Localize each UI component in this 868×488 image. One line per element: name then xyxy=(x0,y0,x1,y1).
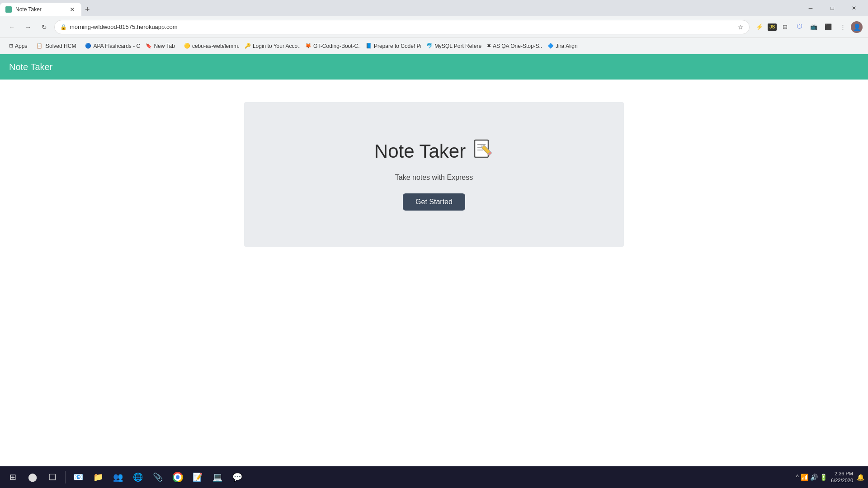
outlook-taskbar-icon[interactable]: 📧 xyxy=(69,468,87,486)
reload-button[interactable]: ↻ xyxy=(38,21,51,33)
clock-date: 6/22/2020 xyxy=(831,477,853,484)
hero-title-text: Note Taker xyxy=(374,141,466,162)
note-edit-icon xyxy=(472,138,494,164)
get-started-button[interactable]: Get Started xyxy=(403,193,465,211)
asqa-icon: ✖ xyxy=(487,43,491,49)
new-tab-button[interactable]: + xyxy=(81,5,94,14)
task-view-button[interactable]: ❑ xyxy=(43,468,61,486)
start-button[interactable]: ⊞ xyxy=(4,468,22,486)
address-bar: ← → ↻ 🔒 morning-wildwood-81575.herokuapp… xyxy=(0,16,868,38)
shield-icon[interactable]: 🛡 xyxy=(793,21,806,33)
app-header: Note Taker xyxy=(0,54,868,80)
apps-bookmark-icon: ⊞ xyxy=(9,43,13,49)
title-bar: Note Taker ✕ + ─ □ ✕ xyxy=(0,0,868,16)
bookmark-apps[interactable]: ⊞ Apps xyxy=(5,42,31,51)
browser-frame: Note Taker ✕ + ─ □ ✕ ← → ↻ 🔒 morning-wil… xyxy=(0,0,868,488)
people-icon[interactable]: 👥 xyxy=(109,468,127,486)
prepare-icon: 📘 xyxy=(366,43,372,49)
chrome-icon[interactable] xyxy=(169,468,187,486)
bookmark-apa-label: APA Flashcards - Cr... xyxy=(93,43,140,49)
network-icon[interactable]: 📶 xyxy=(801,474,808,481)
bookmark-isolved-label: iSolved HCM xyxy=(44,43,76,49)
more-icon[interactable]: ⋮ xyxy=(836,21,849,33)
jira-icon: 🔷 xyxy=(547,43,554,49)
windows-icon[interactable]: ⊞ xyxy=(778,21,791,33)
sticky-notes-icon[interactable]: 📝 xyxy=(189,468,207,486)
active-tab[interactable]: Note Taker ✕ xyxy=(0,3,81,16)
window-controls: ─ □ ✕ xyxy=(797,0,868,16)
isolved-icon: 📋 xyxy=(36,43,42,49)
bookmark-gtcoding[interactable]: 🦊 GT-Coding-Boot-C... xyxy=(302,42,360,51)
apa-icon: 🔵 xyxy=(85,43,91,49)
taskbar-right: ^ 📶 🔊 🔋 2:36 PM 6/22/2020 🔔 xyxy=(796,470,864,484)
hero-title: Note Taker xyxy=(374,138,494,164)
bookmark-asqa[interactable]: ✖ AS QA One-Stop-S... xyxy=(483,42,542,51)
bookmark-login-label: Login to Your Acco... xyxy=(253,43,300,49)
login-icon: 🔑 xyxy=(245,43,251,49)
lock-icon: 🔒 xyxy=(60,24,67,30)
back-button[interactable]: ← xyxy=(5,21,18,33)
hero-subtitle: Take notes with Express xyxy=(395,174,473,182)
ie-icon[interactable]: 🌐 xyxy=(129,468,147,486)
battery-icon[interactable]: 🔋 xyxy=(820,474,827,481)
bookmark-newtab[interactable]: 🔖 New Tab xyxy=(142,42,178,51)
url-bar[interactable]: 🔒 morning-wildwood-81575.herokuapp.com ☆ xyxy=(54,20,750,34)
taskbar: ⊞ ⬤ ❑ 📧 📁 👥 🌐 📎 📝 💻 💬 ^ 📶 xyxy=(0,466,868,488)
bookmark-newtab-label: New Tab xyxy=(154,43,175,49)
bookmark-apps-label: Apps xyxy=(15,43,27,49)
hero-card: Note Taker xyxy=(244,102,624,247)
bookmark-prepare-label: Prepare to Code! Pr... xyxy=(374,43,421,49)
chevron-up-icon[interactable]: ^ xyxy=(796,474,799,481)
notification-button[interactable]: 🔔 xyxy=(857,474,864,481)
bookmark-jira[interactable]: 🔷 Jira Align xyxy=(544,42,581,51)
forward-button[interactable]: → xyxy=(22,21,34,33)
bookmark-jira-label: Jira Align xyxy=(556,43,578,49)
bookmark-asqa-label: AS QA One-Stop-S... xyxy=(493,43,542,49)
tab-close-button[interactable]: ✕ xyxy=(69,6,76,13)
newtab-icon: 🔖 xyxy=(146,43,152,49)
mysql-icon: 🐬 xyxy=(426,43,433,49)
url-text: morning-wildwood-81575.herokuapp.com xyxy=(70,23,735,30)
bookmark-star-icon[interactable]: ☆ xyxy=(738,23,744,31)
svg-point-9 xyxy=(176,475,179,479)
extensions-icon[interactable]: ⚡ xyxy=(753,21,766,33)
bookmark-mysql[interactable]: 🐬 MySQL Port Refere... xyxy=(423,42,481,51)
bookmark-mysql-label: MySQL Port Refere... xyxy=(434,43,481,49)
tab-favicon xyxy=(5,6,12,13)
bookmark-gtcoding-label: GT-Coding-Boot-C... xyxy=(313,43,360,49)
bookmark-isolved[interactable]: 📋 iSolved HCM xyxy=(33,42,80,51)
maximize-button[interactable]: □ xyxy=(822,0,843,16)
file-explorer-icon[interactable]: 📁 xyxy=(89,468,107,486)
bookmark-cebu[interactable]: 🟡 cebu-as-web/lemm... xyxy=(180,42,239,51)
bookmark-cebu-label: cebu-as-web/lemm... xyxy=(192,43,239,49)
profile-avatar[interactable]: 👤 xyxy=(851,21,863,33)
minimize-button[interactable]: ─ xyxy=(800,0,821,16)
bookmark-login[interactable]: 🔑 Login to Your Acco... xyxy=(241,42,300,51)
cast-icon[interactable]: 📺 xyxy=(807,21,820,33)
system-clock[interactable]: 2:36 PM 6/22/2020 xyxy=(831,470,853,484)
tab-title: Note Taker xyxy=(15,6,65,13)
bookmark-apa[interactable]: 🔵 APA Flashcards - Cr... xyxy=(81,42,140,51)
gtcoding-icon: 🦊 xyxy=(305,43,311,49)
bookmarks-bar: ⊞ Apps 📋 iSolved HCM 🔵 APA Flashcards - … xyxy=(0,38,868,54)
tab-area: Note Taker ✕ + xyxy=(0,0,797,16)
volume-icon[interactable]: 🔊 xyxy=(810,474,818,481)
search-button[interactable]: ⬤ xyxy=(24,468,42,486)
bookmark-prepare[interactable]: 📘 Prepare to Code! Pr... xyxy=(362,42,421,51)
app5-icon[interactable]: 📎 xyxy=(149,468,167,486)
app-header-title: Note Taker xyxy=(9,62,52,72)
media-icon[interactable]: ⬛ xyxy=(822,21,835,33)
close-button[interactable]: ✕ xyxy=(844,0,864,16)
cebu-icon: 🟡 xyxy=(184,43,190,49)
system-tray: ^ 📶 🔊 🔋 xyxy=(796,474,827,481)
js-icon[interactable]: JS xyxy=(768,23,777,31)
clock-time: 2:36 PM xyxy=(831,470,853,477)
main-content: Note Taker xyxy=(0,80,868,466)
teams-icon[interactable]: 💬 xyxy=(228,468,246,486)
vscode-icon[interactable]: 💻 xyxy=(208,468,226,486)
taskbar-separator xyxy=(65,471,66,483)
toolbar-icons: ⚡ JS ⊞ 🛡 📺 ⬛ ⋮ 👤 xyxy=(753,21,863,33)
